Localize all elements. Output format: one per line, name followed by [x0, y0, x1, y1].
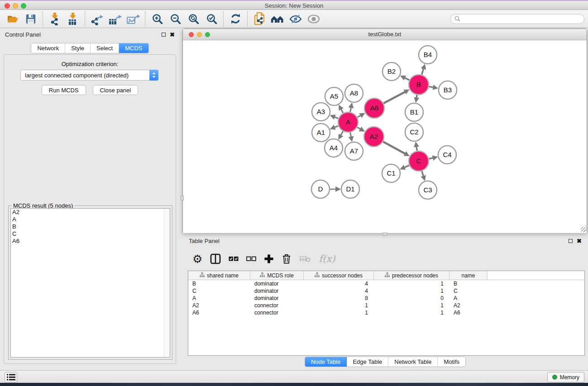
node-B2[interactable]: B2: [382, 62, 401, 81]
node-D1[interactable]: D1: [341, 180, 359, 198]
delete-column-icon[interactable]: [299, 252, 311, 266]
close-panel-button[interactable]: Close panel: [93, 85, 139, 95]
cell[interactable]: 1: [304, 302, 374, 309]
node-A8[interactable]: A8: [345, 84, 363, 102]
edge-C-C4[interactable]: [429, 158, 433, 159]
mcds-result-list[interactable]: A2ABCA6: [10, 208, 170, 357]
add-column-icon[interactable]: [264, 252, 274, 266]
zoom-selected-icon[interactable]: [202, 11, 220, 27]
edge-A-A4[interactable]: [341, 131, 343, 135]
tab-motifs[interactable]: Motifs: [438, 357, 465, 367]
edge-A-A1[interactable]: [335, 126, 339, 127]
memory-button[interactable]: Memory: [547, 372, 584, 382]
cell[interactable]: A: [449, 295, 488, 301]
tab-select[interactable]: Select: [91, 43, 119, 53]
edge-A-A2[interactable]: [357, 127, 360, 129]
node-B4[interactable]: B4: [419, 46, 437, 64]
cell[interactable]: dominator: [250, 281, 304, 287]
search-input[interactable]: [463, 16, 580, 22]
cell[interactable]: C: [188, 288, 250, 294]
edge-A-A3[interactable]: [335, 117, 339, 119]
tab-mcds[interactable]: MCDS: [119, 43, 148, 53]
edge-A6-B[interactable]: [383, 92, 405, 103]
node-C2[interactable]: C2: [405, 123, 423, 141]
save-session-icon[interactable]: [22, 11, 40, 27]
edge-C-C1[interactable]: [404, 165, 409, 167]
node-A7[interactable]: A7: [345, 142, 363, 160]
vertical-splitter-handle[interactable]: [181, 195, 184, 200]
node-A3[interactable]: A3: [312, 103, 330, 121]
edge-B-B4[interactable]: [422, 69, 424, 75]
tab-edge-table[interactable]: Edge Table: [347, 357, 388, 367]
cell[interactable]: 4: [304, 288, 374, 294]
node-B[interactable]: B: [409, 75, 429, 95]
column-header-shared-name[interactable]: shared name: [188, 271, 250, 280]
select-all-icon[interactable]: [229, 252, 239, 266]
edge-C-C2[interactable]: [416, 147, 417, 151]
cell[interactable]: C: [449, 288, 488, 294]
cell[interactable]: 1: [374, 302, 449, 309]
cell[interactable]: 1: [374, 281, 449, 287]
node-A5[interactable]: A5: [325, 87, 343, 105]
table-float-panel-icon[interactable]: [569, 239, 573, 243]
table-row[interactable]: A2connector11A2: [188, 302, 584, 309]
cell[interactable]: A: [188, 295, 250, 301]
edge-B-B1[interactable]: [416, 95, 417, 98]
home-icon[interactable]: [268, 11, 287, 27]
function-builder-icon[interactable]: f(x): [319, 252, 335, 266]
node-A1[interactable]: A1: [312, 124, 330, 142]
node-A6[interactable]: A6: [364, 98, 384, 118]
import-table-icon[interactable]: [64, 11, 82, 27]
cell[interactable]: 1: [374, 288, 449, 294]
deselect-all-icon[interactable]: [246, 252, 256, 266]
cell[interactable]: B: [449, 281, 488, 287]
edge-A-A7[interactable]: [350, 133, 351, 137]
open-session-icon[interactable]: [4, 11, 22, 27]
cell[interactable]: connector: [250, 302, 304, 309]
zoom-in-icon[interactable]: [148, 11, 166, 27]
network-from-file-icon[interactable]: [250, 11, 268, 27]
table-options-icon[interactable]: ⚙: [192, 252, 202, 266]
column-header-successor-nodes[interactable]: successor nodes: [304, 271, 374, 280]
column-header-MCDS-role[interactable]: MCDS role: [250, 271, 304, 280]
node-A2[interactable]: A2: [364, 127, 384, 147]
zoom-fit-icon[interactable]: [184, 11, 202, 27]
table-row[interactable]: A6connector11A6: [188, 309, 584, 316]
export-network-icon[interactable]: [88, 11, 106, 27]
tab-node-table[interactable]: Node Table: [305, 357, 347, 367]
column-header-predecessor-nodes[interactable]: predecessor nodes: [374, 271, 449, 280]
network-window-titlebar[interactable]: testGlobe.txt: [183, 29, 587, 40]
result-item[interactable]: B: [11, 223, 170, 230]
tab-network-table[interactable]: Network Table: [388, 357, 438, 367]
delete-row-icon[interactable]: [282, 252, 292, 266]
search-field[interactable]: [450, 14, 584, 24]
cell[interactable]: connector: [250, 310, 304, 316]
cell[interactable]: 1: [304, 310, 374, 316]
criterion-dropdown[interactable]: largest connected component (directed): [20, 70, 158, 81]
tab-network[interactable]: Network: [31, 43, 65, 53]
hide-selected-icon[interactable]: [287, 11, 305, 27]
import-network-icon[interactable]: [46, 11, 64, 27]
show-column-icon[interactable]: [210, 252, 221, 266]
show-hidden-icon[interactable]: [305, 11, 323, 27]
result-scrollbar[interactable]: [164, 209, 170, 357]
node-A4[interactable]: A4: [325, 139, 343, 157]
edge-A-A8[interactable]: [350, 107, 351, 112]
node-D[interactable]: D: [311, 180, 330, 198]
node-B3[interactable]: B3: [439, 81, 457, 99]
cell[interactable]: dominator: [250, 288, 304, 294]
node-C3[interactable]: C3: [419, 181, 437, 199]
node-C1[interactable]: C1: [382, 164, 400, 182]
task-history-button[interactable]: [5, 372, 17, 382]
node-C[interactable]: C: [409, 151, 429, 171]
result-item[interactable]: A2: [11, 209, 170, 216]
node-B1[interactable]: B1: [405, 103, 423, 121]
window-resize-grip[interactable]: [581, 227, 586, 232]
export-image-icon[interactable]: [124, 11, 142, 27]
zoom-out-icon[interactable]: [166, 11, 184, 27]
refresh-icon[interactable]: [226, 11, 244, 27]
cell[interactable]: A2: [188, 302, 250, 309]
result-item[interactable]: A: [11, 216, 170, 223]
node-C4[interactable]: C4: [438, 146, 456, 164]
cell[interactable]: A2: [449, 302, 488, 309]
